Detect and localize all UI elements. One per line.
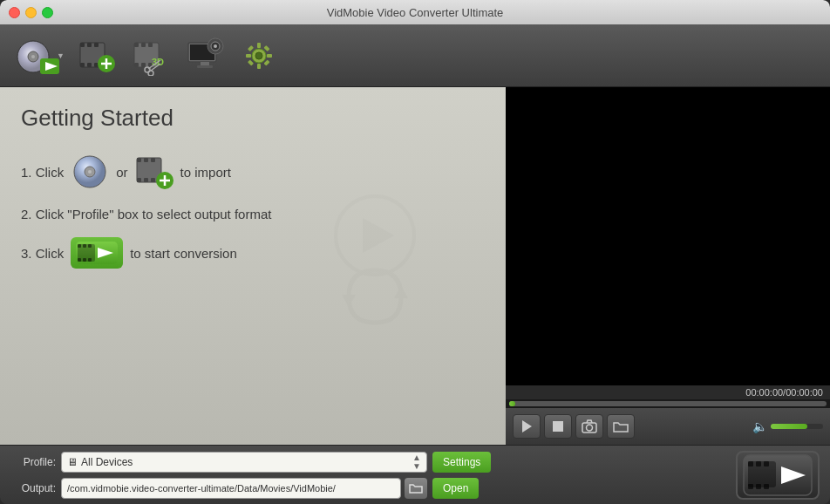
getting-started-panel: Getting Started 1. Click [0,87,506,445]
video-controls: 🔈 [506,408,830,445]
output-label: Output: [10,482,56,494]
svg-point-25 [148,71,153,76]
svg-rect-60 [83,244,86,248]
svg-rect-6 [80,43,85,47]
edit-button[interactable]: 3D [127,32,174,79]
play-icon [522,420,532,432]
svg-rect-48 [137,158,141,162]
minimize-button[interactable] [25,7,37,18]
svg-rect-75 [756,461,761,467]
step1-or: or [116,165,127,180]
play-button[interactable] [513,414,541,439]
svg-rect-79 [764,484,769,489]
svg-rect-74 [748,461,753,467]
window-controls [0,7,53,18]
output-path-field[interactable]: /com.vidmobie.video-converter-ultimate/D… [61,478,401,499]
convert-button-main[interactable] [736,451,820,500]
profile-icon: 🖥 [67,456,78,468]
step3-text1: 3. Click [21,246,64,261]
output-path-wrapper: /com.vidmobie.video-converter-ultimate/D… [61,478,427,499]
svg-rect-37 [257,64,261,69]
getting-started-title: Getting Started [21,105,485,132]
svg-marker-67 [363,218,394,253]
svg-rect-49 [144,158,148,162]
svg-rect-42 [248,59,254,65]
svg-rect-51 [137,178,141,182]
profile-select[interactable]: 🖥 All Devices ▲▼ [61,452,427,473]
playback-controls [513,414,635,439]
output-path-text: /com.vidmobie.video-converter-ultimate/D… [67,483,336,494]
close-button[interactable] [9,7,20,18]
video-panel: 00:00:00/00:00:00 [506,87,830,445]
stop-icon [553,421,563,432]
svg-rect-78 [756,484,761,489]
video-progress-bar[interactable] [509,401,827,406]
bottom-fields: Profile: 🖥 All Devices ▲▼ Settings Outpu… [10,452,722,499]
svg-rect-36 [257,43,261,48]
video-progress-fill [509,401,515,406]
svg-rect-29 [201,62,209,65]
svg-marker-69 [394,286,408,298]
profile-label: Profile: [10,456,56,468]
browse-folder-button[interactable] [405,478,427,499]
settings-button[interactable] [235,32,282,79]
svg-rect-64 [88,258,92,262]
video-timestamp: 00:00:00/00:00:00 [506,385,830,399]
svg-rect-77 [748,484,753,489]
open-button[interactable]: Open [432,478,479,499]
bottom-bar: Profile: 🖥 All Devices ▲▼ Settings Outpu… [0,445,830,504]
step1-film-add-icon[interactable] [135,153,173,191]
volume-fill [771,424,807,429]
volume-bar[interactable] [771,424,823,429]
select-arrows-icon: ▲▼ [412,453,421,471]
profile-select-value: 🖥 All Devices [67,456,133,468]
svg-rect-53 [151,178,155,182]
folder-browse-icon [409,482,423,494]
svg-rect-63 [83,258,86,262]
step1-text2: to import [180,165,231,180]
main-area: Getting Started 1. Click [0,87,830,445]
step3-convert-icon[interactable] [71,237,123,269]
svg-point-71 [587,425,593,431]
svg-point-33 [214,44,217,48]
step2-text: 2. Click "Profile" box to select output … [21,207,271,221]
stop-button[interactable] [544,414,572,439]
svg-rect-19 [134,63,139,67]
snapshot-button[interactable] [575,414,603,439]
settings-button-bottom[interactable]: Settings [432,452,491,473]
screen-capture-button[interactable] [181,32,228,79]
output-row: Output: /com.vidmobie.video-converter-ul… [10,478,722,499]
step1-dvd-icon[interactable] [71,153,109,191]
svg-rect-59 [78,244,81,248]
profile-row: Profile: 🖥 All Devices ▲▼ Settings [10,452,722,473]
maximize-button[interactable] [42,7,53,18]
svg-rect-40 [248,44,254,51]
title-bar: VidMobie Video Converter Ultimate [0,0,830,24]
video-screen [506,87,830,385]
volume-controls: 🔈 [752,419,823,433]
toolbar: ▼ 3D [0,24,830,87]
svg-rect-16 [134,43,139,47]
svg-rect-18 [148,43,153,47]
folder-button[interactable] [607,414,635,439]
volume-icon: 🔈 [752,419,767,433]
svg-rect-8 [94,43,99,47]
svg-rect-52 [144,178,148,182]
add-dvd-button[interactable]: ▼ [10,32,66,79]
svg-point-2 [31,55,35,58]
svg-rect-62 [78,258,81,262]
svg-point-46 [88,170,92,174]
add-file-button[interactable] [73,32,120,79]
svg-point-35 [255,52,262,59]
watermark-icons [331,183,471,340]
step3-text2: to start conversion [130,246,237,261]
svg-rect-50 [151,158,155,162]
svg-rect-38 [246,54,251,58]
svg-rect-76 [764,461,769,467]
svg-rect-7 [87,43,92,47]
svg-rect-30 [197,65,213,68]
svg-rect-9 [80,63,85,67]
window-title: VidMobie Video Converter Ultimate [327,6,504,19]
step1-text1: 1. Click [21,165,64,180]
svg-rect-61 [88,244,92,248]
